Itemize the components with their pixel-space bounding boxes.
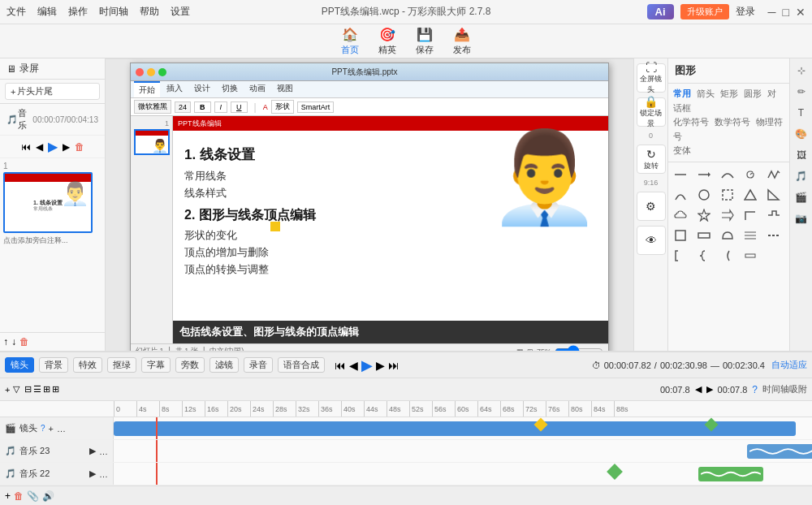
down-arrow-icon[interactable]: ↓ [11, 336, 16, 347]
cat-math[interactable]: 数学符号 [715, 117, 750, 127]
toolbar-save[interactable]: 💾 保存 [416, 27, 434, 56]
track-lens-more[interactable]: … [57, 424, 66, 434]
win-close[interactable]: ✕ [796, 6, 806, 19]
next-frame-icon[interactable]: ▶ [63, 141, 70, 153]
tl-next-frame-btn[interactable]: ▶ [376, 359, 385, 372]
tl-btn-subtitle[interactable]: 字幕 [141, 357, 171, 373]
right-icon-color[interactable]: 🎨 [793, 125, 810, 143]
ppt-font-size[interactable]: 24 [175, 101, 191, 113]
rewind-icon[interactable]: ⏮ [21, 141, 31, 153]
right-icon-cursor[interactable]: ⊹ [793, 62, 810, 80]
right-icon-image[interactable]: 📷 [793, 209, 810, 227]
prev-frame-icon[interactable]: ◀ [36, 141, 43, 153]
cat-common[interactable]: 常用 [673, 88, 691, 98]
ppt-view-normal[interactable]: ▦ [516, 347, 524, 352]
toolbar-publish[interactable]: 📤 发布 [453, 27, 471, 56]
win-minimize[interactable]: ─ [768, 6, 776, 19]
shape-cloud[interactable] [672, 206, 689, 224]
shape-line-arrow[interactable] [695, 166, 713, 183]
shape-half-circle[interactable] [719, 227, 736, 244]
win-maximize[interactable]: □ [783, 6, 789, 19]
ppt-tab-insert[interactable]: 插入 [162, 81, 188, 97]
tl-btn-filter[interactable]: 滤镜 [209, 357, 239, 373]
music23-clip[interactable] [747, 444, 812, 459]
tl-play-btn[interactable]: ▶ [361, 356, 373, 374]
shape-arc[interactable] [672, 186, 689, 204]
ppt-min-btn[interactable] [147, 68, 155, 76]
shape-dashed-rect[interactable] [719, 186, 736, 204]
login-button[interactable]: 登录 [736, 5, 755, 19]
tl-btn-chroma[interactable]: 抠绿 [107, 357, 136, 373]
shape-line[interactable] [672, 166, 689, 183]
tl-ctrl-filter[interactable]: ▽ [13, 384, 19, 395]
tl-ctrl-add[interactable]: + [5, 385, 10, 395]
shape-empty1[interactable] [741, 247, 759, 265]
toolbar-elite[interactable]: 🎯 精英 [378, 27, 396, 56]
shape-bracket[interactable] [672, 247, 689, 265]
auto-adapt-label[interactable]: 自动适应 [771, 359, 807, 371]
tl-btn-bg[interactable]: 背景 [39, 357, 68, 373]
ppt-font-color[interactable]: A [263, 103, 268, 111]
right-icon-media[interactable]: 🖼 [793, 146, 810, 164]
menu-settings[interactable]: 设置 [171, 5, 190, 19]
ppt-italic[interactable]: I [214, 101, 228, 113]
right-icon-text[interactable]: T [793, 104, 810, 122]
tl-view-grid[interactable]: ⊞ [43, 384, 50, 395]
ppt-bold[interactable]: B [194, 101, 211, 113]
tl-next-btn[interactable]: ⏭ [388, 359, 400, 372]
shape-zigzag[interactable] [765, 166, 783, 183]
cat-variant[interactable]: 变体 [673, 145, 691, 155]
shape-arrow-right[interactable] [719, 206, 736, 224]
play-icon[interactable]: ▶ [48, 139, 58, 154]
tl-btn-fx[interactable]: 特效 [73, 357, 102, 373]
ppt-tab-design[interactable]: 设计 [189, 81, 215, 97]
ppt-close-btn[interactable] [136, 68, 144, 76]
menu-operate[interactable]: 操作 [68, 5, 88, 19]
tl-bottom-icon1[interactable]: 📎 [27, 490, 39, 502]
shape-curly-brace[interactable] [695, 247, 713, 265]
track-music22-more[interactable]: ▶ [89, 468, 96, 479]
ppt-zoom-slider[interactable] [555, 347, 603, 352]
preview-button[interactable]: 👁 [637, 226, 666, 255]
lens-clip[interactable] [114, 421, 796, 436]
music22-marker1[interactable] [607, 464, 623, 480]
toolbar-home[interactable]: 🏠 首页 [341, 27, 359, 56]
menu-file[interactable]: 文件 [6, 5, 26, 19]
shape-circle-outline[interactable] [695, 186, 713, 204]
ppt-tab-view[interactable]: 视图 [272, 81, 298, 97]
tl-btn-tts[interactable]: 语音合成 [278, 357, 325, 373]
tl-next-time[interactable]: ▶ [706, 384, 713, 395]
shape-right-triangle[interactable] [765, 186, 783, 204]
tl-bottom-add[interactable]: + [5, 490, 11, 502]
track-help-icon[interactable]: ? [41, 424, 45, 433]
tl-prev-frame-btn[interactable]: ◀ [349, 359, 358, 372]
tl-btn-lens[interactable]: 镜头 [5, 357, 34, 373]
shape-horizontal[interactable] [695, 227, 713, 244]
ai-badge[interactable]: Ai [647, 4, 674, 19]
right-icon-scene[interactable]: 🎬 [793, 188, 810, 206]
menu-edit[interactable]: 编辑 [37, 5, 57, 19]
menu-timeline[interactable]: 时间轴 [99, 5, 128, 19]
track-lens-add[interactable]: + [49, 424, 54, 434]
shape-dashed-line[interactable] [765, 227, 783, 244]
tl-prev-btn[interactable]: ⏮ [335, 359, 346, 372]
shape-triangle[interactable] [741, 186, 759, 204]
ppt-underline[interactable]: U [231, 101, 248, 113]
ppt-max-btn[interactable] [158, 68, 166, 76]
add-clip-button[interactable]: + 片头片尾 [5, 83, 100, 100]
shape-connector[interactable] [765, 206, 783, 224]
tl-bottom-trash[interactable]: 🗑 [14, 490, 24, 502]
cat-arrow[interactable]: 箭头 [697, 88, 715, 98]
rotate-button[interactable]: ↻ 旋转 [637, 145, 666, 174]
shape-empty2[interactable] [765, 247, 783, 265]
music22-clip[interactable] [698, 467, 763, 481]
upgrade-button[interactable]: 升级账户 [680, 4, 729, 19]
slide-mini-1[interactable]: 👨‍💼 [134, 129, 170, 155]
tl-btn-record[interactable]: 录音 [244, 357, 273, 373]
ppt-smartart-btn[interactable]: SmartArt [297, 101, 335, 113]
delete-icon[interactable]: 🗑 [75, 141, 84, 153]
fullscreen-button[interactable]: ⛶ 全屏镜头 [637, 63, 666, 93]
shape-curve[interactable] [719, 166, 736, 183]
ppt-view-slide[interactable]: ⊞ [527, 347, 533, 352]
settings-button[interactable]: ⚙ [637, 192, 666, 221]
